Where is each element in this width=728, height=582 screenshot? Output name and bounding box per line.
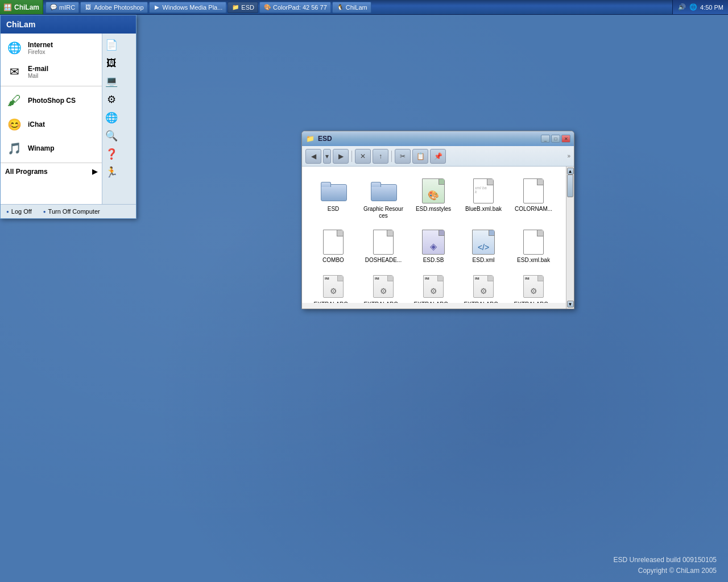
taskbar: 🪟 ChiLam 💬 mIRC 🖼 Adobe Photoshop ▶ Wind…	[0, 0, 728, 15]
file-item-extralarg-4[interactable]: INI ⚙ EXTRALARG...	[461, 271, 506, 303]
back-dropdown-button[interactable]: ▾	[323, 149, 331, 164]
log-off-button[interactable]: Log Off	[6, 208, 32, 215]
esd-file-list: ESD Graphic Resources 🎨	[302, 167, 566, 303]
start-menu-footer: Log Off Turn Off Computer	[1, 204, 136, 218]
menu-item-internet[interactable]: 🌐 Internet Firefox	[1, 36, 102, 60]
right-icon-8[interactable]: 🏃	[102, 163, 121, 181]
taskbar-task-chilam[interactable]: 🐧 ChiLam	[332, 2, 371, 13]
file-item-blueb-bak[interactable]: xml bak BlueB.xml.bak	[461, 175, 506, 222]
close-button[interactable]: ✕	[561, 135, 570, 143]
esdxml-name: ESD.xml	[473, 257, 495, 264]
photoshop-icon: 🖼	[84, 3, 92, 11]
file-item-extralarg-5[interactable]: INI ⚙ EXTRALARG...	[511, 271, 556, 303]
file-item-dosheade[interactable]: DOSHEADE...	[361, 226, 406, 266]
esd-titlebar: 📁 ESD _ □ ✕	[302, 131, 574, 146]
scrollbar-down-button[interactable]: ▼	[567, 301, 574, 307]
right-icon-2[interactable]: 🖼	[102, 54, 121, 72]
file-item-esdsb[interactable]: ◈ ESD.SB	[411, 226, 456, 266]
right-icon-4[interactable]: ⚙	[102, 90, 121, 109]
file-grid: ESD Graphic Resources 🎨	[308, 172, 560, 303]
right-icon-7[interactable]: ❓	[102, 145, 121, 163]
start-menu-username: ChiLam	[6, 20, 35, 29]
colornam-icon	[520, 177, 547, 205]
stop-button[interactable]: ✕	[355, 149, 371, 164]
esd-scrollbar[interactable]: ▲ ▼	[566, 167, 574, 309]
up-button[interactable]: ↑	[373, 149, 388, 164]
tray-network-icon: 🌐	[689, 3, 698, 12]
maximize-button[interactable]: □	[551, 135, 560, 143]
menu-item-email[interactable]: ✉ E-mail Mail	[1, 60, 102, 84]
media-label: Windows Media Pla...	[163, 4, 223, 11]
taskbar-task-colorpad[interactable]: 🎨 ColorPad: 42 56 77	[259, 2, 331, 13]
esdxmlbak-name: ESD.xml.bak	[517, 257, 550, 264]
extralarg-1-icon: INI ⚙	[320, 273, 347, 300]
extralarg-4-icon: INI ⚙	[470, 273, 497, 300]
winamp-icon: 🎵	[5, 139, 23, 157]
back-button[interactable]: ◀	[305, 149, 321, 164]
esd-window-controls: _ □ ✕	[541, 135, 570, 143]
log-off-label: Log Off	[11, 208, 32, 215]
file-item-msstyles[interactable]: 🎨 ESD.msstyles	[411, 175, 456, 222]
esdsb-icon: ◈	[420, 228, 447, 256]
file-item-combo[interactable]: COMBO	[311, 226, 356, 266]
right-icon-1[interactable]: 📄	[102, 36, 121, 54]
all-programs-label: All Programs	[5, 168, 48, 176]
start-button[interactable]: 🪟 ChiLam	[0, 0, 43, 14]
taskbar-task-media[interactable]: ▶ Windows Media Pla...	[149, 2, 227, 13]
esdxml-icon: </>	[470, 228, 497, 256]
mirc-icon: 💬	[49, 3, 57, 11]
file-item-esd-folder[interactable]: ESD	[311, 175, 356, 222]
internet-icon: 🌐	[5, 39, 23, 57]
right-icon-5[interactable]: 🌐	[102, 109, 121, 127]
esd-label: ESD	[241, 4, 254, 11]
toolbar-expand-icon[interactable]: »	[567, 153, 570, 159]
msstyles-name: ESD.msstyles	[416, 206, 451, 213]
scrollbar-thumb[interactable]	[567, 174, 573, 197]
file-item-esdxml[interactable]: </> ESD.xml	[461, 226, 506, 266]
graphic-resources-icon	[370, 177, 397, 205]
menu-item-ichat[interactable]: 😊 iChat	[1, 113, 102, 136]
file-item-extralarg-3[interactable]: INI ⚙ EXTRALARG...	[411, 271, 456, 303]
esd-folder-icon	[320, 177, 347, 205]
taskbar-task-mirc[interactable]: 💬 mIRC	[46, 2, 79, 13]
all-programs-button[interactable]: All Programs ▶	[1, 165, 102, 178]
minimize-button[interactable]: _	[541, 135, 550, 143]
toolbar-sep-2	[391, 151, 392, 162]
file-item-colornam[interactable]: COLORNAM...	[511, 175, 556, 222]
graphic-resources-name: Graphic Resources	[363, 206, 404, 219]
file-item-extralarg-1[interactable]: INI ⚙ EXTRALARG...	[311, 271, 356, 303]
dosheade-icon	[370, 228, 397, 256]
turn-off-button[interactable]: Turn Off Computer	[43, 208, 100, 215]
forward-button[interactable]: ▶	[333, 149, 349, 164]
mirc-label: mIRC	[59, 4, 75, 11]
ichat-icon: 😊	[5, 115, 23, 134]
menu-divider-1	[1, 86, 102, 86]
file-item-extralarg-2[interactable]: INI ⚙ EXTRALARG...	[361, 271, 406, 303]
esd-title-icon: 📁	[305, 134, 315, 143]
taskbar-tray: 🔊 🌐 4:50 PM	[672, 0, 728, 14]
taskbar-task-esd[interactable]: 📁 ESD	[228, 2, 258, 13]
cut-button[interactable]: ✂	[395, 149, 411, 164]
taskbar-task-photoshop[interactable]: 🖼 Adobe Photoshop	[80, 2, 147, 13]
extralarg-5-name: EXTRALARG...	[514, 301, 553, 303]
scrollbar-up-button[interactable]: ▲	[567, 168, 574, 174]
esd-window: 📁 ESD _ □ ✕ ◀ ▾ ▶ ✕ ↑ ✂ 📋 📌 »	[301, 131, 574, 309]
menu-item-photoshop[interactable]: 🖌 PhotoShop CS	[1, 89, 102, 113]
copy-button[interactable]: 📋	[412, 149, 428, 164]
toolbar-sep-1	[351, 151, 352, 162]
extralarg-3-icon: INI ⚙	[420, 273, 447, 300]
copyright-line2: Copyright © ChiLam 2005	[614, 566, 717, 576]
file-item-esdxmlbak[interactable]: ESD.xml.bak	[511, 226, 556, 266]
right-icon-6[interactable]: 🔍	[102, 127, 121, 145]
right-icon-3[interactable]: 💻	[102, 72, 121, 90]
taskbar-time: 4:50 PM	[700, 4, 723, 11]
paste-button[interactable]: 📌	[430, 149, 446, 164]
media-icon: ▶	[153, 3, 161, 11]
colorpad-label: ColorPad: 42 56 77	[273, 4, 327, 11]
file-item-graphic-resources[interactable]: Graphic Resources	[361, 175, 406, 222]
chilam-icon: 🐧	[336, 3, 344, 11]
menu-item-winamp[interactable]: 🎵 Winamp	[1, 136, 102, 160]
start-label: ChiLam	[14, 3, 39, 11]
tray-speaker-icon: 🔊	[677, 3, 686, 12]
internet-label: Internet	[28, 41, 53, 49]
